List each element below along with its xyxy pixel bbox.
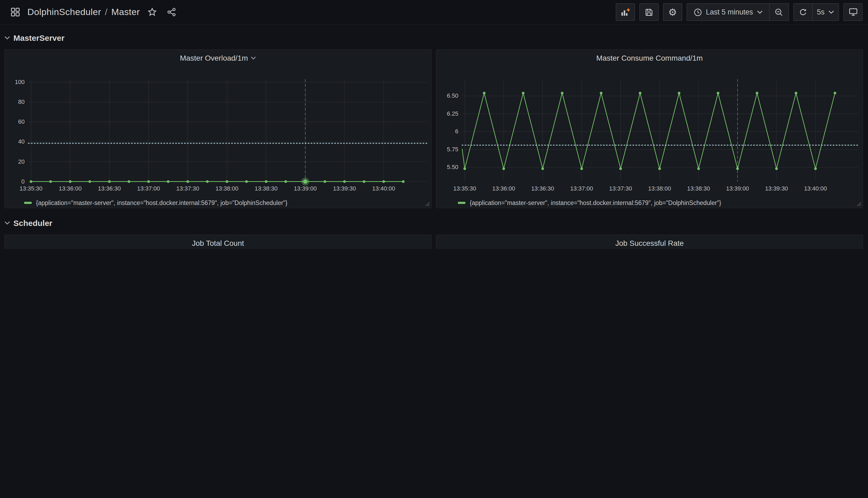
panel-resize-handle[interactable] bbox=[425, 202, 430, 207]
dashboard-title[interactable]: Master bbox=[112, 7, 140, 17]
refresh-interval-label: 5s bbox=[817, 8, 825, 16]
chevron-down-icon bbox=[756, 10, 763, 14]
svg-text:60: 60 bbox=[18, 118, 24, 125]
section-title: MasterServer bbox=[13, 33, 64, 42]
top-bar: DolphinScheduler / Master bbox=[0, 0, 868, 25]
svg-text:5.50: 5.50 bbox=[447, 164, 458, 170]
time-controls: Last 5 minutes bbox=[687, 3, 789, 21]
panel-title-master-overload[interactable]: Master Overload/1m bbox=[5, 50, 431, 66]
panel-master-consume-command: Master Consume Command/1m 6.506.2565.755… bbox=[436, 49, 863, 208]
svg-text:13:38:00: 13:38:00 bbox=[216, 185, 238, 192]
star-icon[interactable] bbox=[145, 5, 159, 19]
svg-text:13:39:00: 13:39:00 bbox=[726, 185, 749, 192]
panel-title-master-consume-command[interactable]: Master Consume Command/1m bbox=[437, 50, 863, 66]
svg-text:13:39:00: 13:39:00 bbox=[294, 185, 317, 192]
svg-text:0: 0 bbox=[22, 178, 25, 185]
dashboard-settings-button[interactable]: ⚙ bbox=[663, 3, 682, 21]
section-scheduler[interactable]: Scheduler bbox=[4, 216, 52, 229]
grafana-dashboard: DolphinScheduler / Master bbox=[0, 0, 868, 249]
clock-icon bbox=[694, 8, 702, 16]
svg-text:13:40:00: 13:40:00 bbox=[804, 185, 827, 192]
refresh-icon bbox=[799, 8, 807, 16]
legend-label: {application="master-server", instance="… bbox=[470, 200, 721, 206]
panel-title-job-successful-rate[interactable]: Job Successful Rate bbox=[437, 235, 863, 249]
svg-text:13:37:30: 13:37:30 bbox=[609, 185, 632, 192]
panel-title-job-total-count[interactable]: Job Total Count bbox=[5, 235, 431, 249]
svg-text:13:36:00: 13:36:00 bbox=[59, 185, 81, 192]
legend-swatch bbox=[458, 202, 465, 204]
panel-job-successful-rate: Job Successful Rate 100% bbox=[436, 235, 863, 249]
svg-text:13:36:30: 13:36:30 bbox=[98, 185, 121, 192]
section-title: Scheduler bbox=[13, 218, 52, 227]
share-icon[interactable] bbox=[165, 5, 179, 19]
add-panel-button[interactable] bbox=[616, 3, 635, 21]
svg-text:13:37:00: 13:37:00 bbox=[570, 185, 593, 192]
svg-text:6: 6 bbox=[455, 128, 458, 135]
svg-text:13:38:30: 13:38:30 bbox=[255, 185, 277, 192]
svg-text:13:37:00: 13:37:00 bbox=[137, 185, 160, 192]
save-dashboard-button[interactable] bbox=[639, 3, 659, 21]
section-masterserver[interactable]: MasterServer bbox=[4, 31, 64, 44]
master-consume-command-chart[interactable]: 6.506.2565.755.5013:35:3013:36:0013:36:3… bbox=[437, 50, 863, 208]
svg-text:6.50: 6.50 bbox=[447, 92, 458, 99]
refresh-controls: 5s bbox=[793, 3, 839, 21]
chevron-down-icon bbox=[828, 10, 834, 14]
svg-text:40: 40 bbox=[18, 139, 24, 145]
dashboards-grid-icon[interactable] bbox=[8, 5, 22, 19]
master-overload-chart[interactable]: 10080604020013:35:3013:36:0013:36:3013:3… bbox=[5, 50, 431, 208]
legend-item[interactable]: {application="master-server", instance="… bbox=[24, 200, 287, 206]
svg-text:13:35:30: 13:35:30 bbox=[453, 185, 476, 192]
svg-text:20: 20 bbox=[18, 158, 24, 165]
gear-icon: ⚙ bbox=[668, 7, 677, 17]
breadcrumb[interactable]: DolphinScheduler / Master bbox=[27, 7, 140, 17]
time-range-picker[interactable]: Last 5 minutes bbox=[687, 3, 770, 21]
svg-text:13:39:30: 13:39:30 bbox=[333, 185, 356, 192]
legend-swatch bbox=[24, 202, 32, 204]
svg-text:13:39:30: 13:39:30 bbox=[765, 185, 788, 192]
svg-text:13:40:00: 13:40:00 bbox=[372, 185, 395, 192]
time-range-label: Last 5 minutes bbox=[706, 8, 753, 16]
legend-label: {application="master-server", instance="… bbox=[36, 200, 287, 206]
svg-text:100: 100 bbox=[15, 79, 25, 85]
svg-text:6.25: 6.25 bbox=[447, 110, 458, 117]
panel-resize-handle[interactable] bbox=[857, 202, 861, 207]
app-title[interactable]: DolphinScheduler bbox=[27, 7, 101, 17]
panel-master-overload: Master Overload/1m 10080604020013:35:301… bbox=[4, 49, 431, 208]
breadcrumb-separator: / bbox=[105, 7, 108, 17]
monitor-icon bbox=[848, 8, 857, 17]
panel-menu-chevron-icon bbox=[251, 56, 256, 60]
svg-text:13:37:30: 13:37:30 bbox=[176, 185, 199, 192]
chevron-down-icon bbox=[4, 221, 10, 225]
svg-text:5.75: 5.75 bbox=[447, 146, 458, 153]
legend-item[interactable]: {application="master-server", instance="… bbox=[458, 200, 721, 206]
svg-text:13:35:30: 13:35:30 bbox=[20, 185, 42, 192]
refresh-interval-picker[interactable]: 5s bbox=[813, 3, 839, 21]
svg-text:13:36:30: 13:36:30 bbox=[531, 185, 554, 192]
svg-text:13:38:30: 13:38:30 bbox=[687, 185, 710, 192]
panel-job-total-count: Job Total Count 55JOBS bbox=[4, 235, 431, 249]
chevron-down-icon bbox=[4, 36, 10, 40]
plus-icon bbox=[627, 8, 630, 11]
kiosk-mode-button[interactable] bbox=[843, 3, 863, 21]
refresh-button[interactable] bbox=[793, 3, 813, 21]
magnifier-minus-icon bbox=[775, 8, 783, 16]
svg-text:80: 80 bbox=[18, 99, 24, 105]
svg-text:13:38:00: 13:38:00 bbox=[648, 185, 671, 192]
zoom-out-button[interactable] bbox=[769, 3, 789, 21]
svg-text:13:36:00: 13:36:00 bbox=[492, 185, 515, 192]
